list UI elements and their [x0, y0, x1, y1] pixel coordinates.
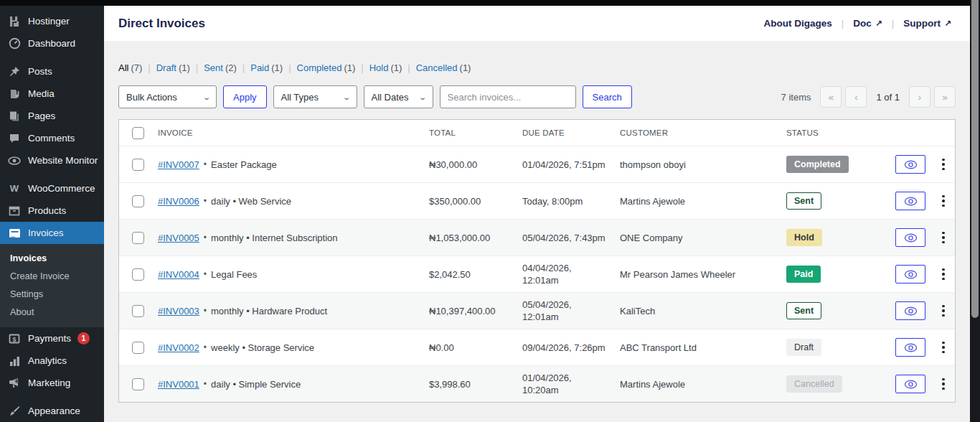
invoice-total: ₦1,053,000.00	[429, 233, 522, 243]
row-actions-menu-button[interactable]	[937, 229, 950, 247]
content-area: All(7) | Draft(1) | Sent(2) | Paid(1) | …	[104, 62, 970, 403]
type-filter-select[interactable]: All Types⌄	[273, 85, 357, 108]
sidebar-item-analytics[interactable]: Analytics	[0, 350, 104, 372]
main-content: Direct Invoices About Digages | Doc↗ | S…	[104, 6, 970, 422]
invoice-link[interactable]: #INV0004	[158, 269, 199, 280]
vertical-scrollbar[interactable]	[970, 0, 980, 422]
search-input[interactable]	[440, 85, 576, 108]
filter-paid[interactable]: Paid(1)	[250, 62, 283, 73]
first-page-button[interactable]: «	[820, 86, 842, 108]
row-checkbox[interactable]	[132, 195, 144, 207]
view-invoice-button[interactable]	[895, 375, 925, 393]
row-checkbox[interactable]	[132, 305, 144, 317]
header-separator: |	[892, 18, 894, 29]
row-checkbox[interactable]	[132, 232, 144, 244]
sidebar-item-comments[interactable]: Comments	[0, 127, 104, 149]
invoice-total: $2,042.50	[429, 269, 522, 280]
view-invoice-button[interactable]	[895, 301, 925, 320]
status-badge: Paid	[786, 266, 821, 283]
submenu-create-invoice[interactable]: Create Invoice	[0, 267, 104, 285]
sidebar-item-media[interactable]: Media	[0, 83, 104, 105]
sidebar-item-payments[interactable]: $ Payments 1	[0, 327, 104, 350]
eye-icon	[904, 270, 918, 279]
status-badge: Cancelled	[786, 375, 842, 393]
invoice-link[interactable]: #INV0005	[158, 233, 199, 243]
bulk-actions-select[interactable]: Bulk Actions⌄	[118, 85, 217, 108]
row-actions-menu-button[interactable]	[937, 156, 950, 174]
invoice-link[interactable]: #INV0001	[158, 379, 199, 390]
invoice-due-date: 09/04/2026, 7:26pm	[522, 342, 620, 354]
view-invoice-button[interactable]	[895, 192, 925, 210]
view-invoice-button[interactable]	[895, 228, 925, 247]
invoice-due-date: 05/04/2026, 7:43pm	[522, 232, 620, 244]
doc-link[interactable]: Doc↗	[853, 18, 882, 29]
scrollbar-thumb[interactable]	[971, 0, 979, 318]
box-icon	[7, 205, 22, 217]
invoice-link[interactable]: #INV0002	[158, 342, 199, 353]
sidebar-item-website-monitor[interactable]: Website Monitor	[0, 149, 104, 172]
filter-draft[interactable]: Draft(1)	[156, 62, 190, 73]
filter-sent[interactable]: Sent(2)	[204, 62, 237, 73]
view-invoice-button[interactable]	[895, 155, 925, 174]
eye-icon	[904, 343, 918, 352]
sidebar-item-invoices[interactable]: Invoices	[0, 222, 104, 244]
apply-button[interactable]: Apply	[223, 85, 267, 108]
invoice-link[interactable]: #INV0003	[158, 306, 199, 316]
invoice-link[interactable]: #INV0007	[158, 159, 199, 170]
support-link[interactable]: Support↗	[903, 18, 951, 29]
invoice-customer: ABC Transport Ltd	[620, 342, 786, 353]
prev-page-button[interactable]: ‹	[845, 86, 867, 108]
about-digages-link[interactable]: About Digages	[764, 18, 832, 29]
sidebar-item-marketing[interactable]: 0 Marketing	[0, 372, 104, 394]
last-page-button[interactable]: »	[934, 86, 956, 108]
header-separator: |	[842, 18, 844, 29]
pin-icon	[7, 65, 22, 78]
eye-icon	[904, 160, 918, 169]
row-actions-menu-button[interactable]	[937, 339, 950, 357]
sidebar-item-woocommerce[interactable]: W WooCommerce	[0, 177, 104, 200]
sidebar-item-products[interactable]: Products	[0, 200, 104, 222]
column-header-invoice: INVOICE	[158, 128, 429, 137]
row-actions-menu-button[interactable]	[937, 375, 950, 393]
invoice-due-date: 05/04/2026, 12:01am	[522, 299, 620, 323]
hostinger-icon	[7, 15, 22, 28]
row-actions-menu-button[interactable]	[937, 302, 950, 320]
next-page-button[interactable]: ›	[909, 86, 930, 108]
pages-icon	[7, 110, 22, 123]
filter-cancelled[interactable]: Cancelled(1)	[416, 62, 471, 73]
view-invoice-button[interactable]	[895, 265, 925, 283]
filter-all[interactable]: All(7)	[118, 62, 142, 73]
filter-completed[interactable]: Completed(1)	[297, 62, 356, 73]
sidebar-item-dashboard[interactable]: Dashboard	[0, 32, 104, 55]
row-checkbox[interactable]	[132, 378, 144, 390]
submenu-invoices[interactable]: Invoices	[0, 249, 104, 267]
row-actions-menu-button[interactable]	[937, 192, 950, 210]
column-header-status: STATUS	[786, 128, 895, 137]
eye-icon	[904, 233, 918, 243]
status-badge: Sent	[786, 192, 821, 210]
table-row: #INV0005•monthly • Internet Subscription…	[119, 219, 955, 255]
row-checkbox[interactable]	[132, 159, 144, 171]
eye-icon	[904, 197, 918, 206]
eye-icon	[7, 154, 22, 167]
invoices-table: INVOICE TOTAL DUE DATE CUSTOMER STATUS #…	[118, 119, 956, 403]
invoice-due-date: 04/04/2026, 12:01am	[522, 262, 620, 286]
sidebar-item-hostinger[interactable]: Hostinger	[0, 10, 104, 32]
sidebar-item-pages[interactable]: Pages	[0, 105, 104, 127]
search-button[interactable]: Search	[583, 85, 632, 108]
filter-hold[interactable]: Hold(1)	[369, 62, 402, 73]
payments-count-badge: 1	[77, 332, 90, 344]
invoice-link[interactable]: #INV0006	[158, 196, 199, 207]
row-checkbox[interactable]	[132, 268, 144, 281]
row-checkbox[interactable]	[132, 342, 144, 354]
view-invoice-button[interactable]	[895, 338, 925, 357]
date-filter-select[interactable]: All Dates⌄	[364, 85, 433, 108]
select-all-checkbox[interactable]	[132, 127, 144, 139]
sidebar-item-appearance[interactable]: Appearance	[0, 400, 104, 422]
sidebar-item-posts[interactable]: Posts	[0, 60, 104, 83]
status-badge: Draft	[786, 339, 821, 357]
submenu-about[interactable]: About	[0, 303, 104, 321]
row-actions-menu-button[interactable]	[937, 266, 950, 283]
dashboard-icon	[7, 37, 22, 50]
submenu-settings[interactable]: Settings	[0, 285, 104, 303]
